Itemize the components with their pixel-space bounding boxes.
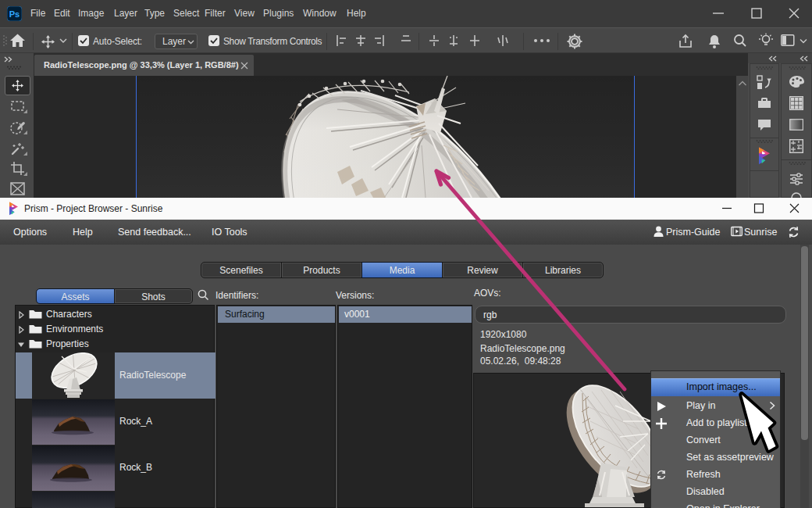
svg-text:Ps: Ps — [9, 9, 20, 19]
